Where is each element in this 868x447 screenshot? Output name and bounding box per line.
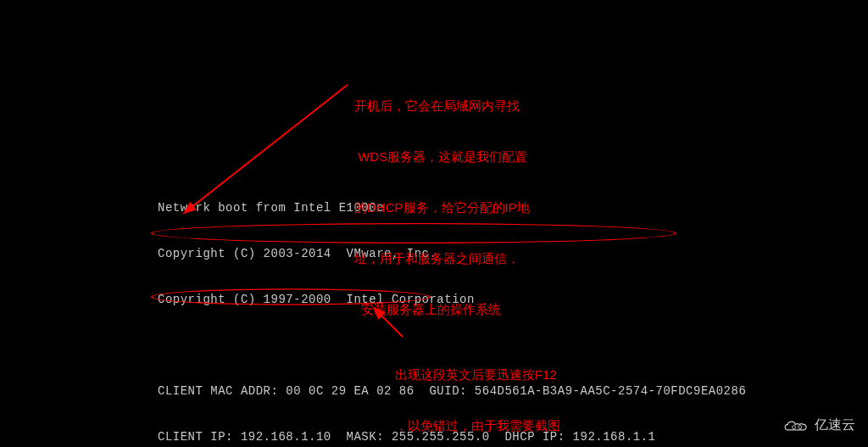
watermark: 亿速云 bbox=[782, 416, 855, 434]
annotation-line: ，以免错过，由于我需要截图 bbox=[395, 417, 560, 434]
highlight-ellipse-f12 bbox=[151, 288, 431, 305]
annotation-line: 的DHCP服务，给它分配的IP地 bbox=[354, 199, 530, 216]
annotation-line: 开机后，它会在局域网内寻找 bbox=[354, 98, 530, 115]
annotation-line: 安装服务器上的操作系统 bbox=[354, 301, 530, 318]
annotation-line: 出现这段英文后要迅速按F12 bbox=[395, 366, 560, 383]
annotation-line: 址，用于和服务器之间通信， bbox=[354, 250, 530, 267]
annotation-bottom: 出现这段英文后要迅速按F12 ，以免错过，由于我需要截图 ，所以已经错过了，不过… bbox=[395, 332, 560, 447]
cloud-icon bbox=[782, 417, 810, 434]
annotation-line: WDS服务器，这就是我们配置 bbox=[354, 148, 530, 165]
highlight-ellipse-ip bbox=[151, 223, 676, 243]
svg-point-4 bbox=[793, 425, 796, 428]
watermark-text: 亿速云 bbox=[815, 416, 855, 434]
svg-point-5 bbox=[798, 425, 802, 428]
